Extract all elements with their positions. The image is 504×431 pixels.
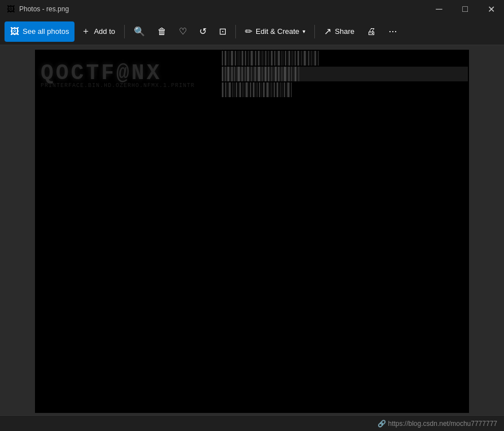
share-label: Share xyxy=(335,27,354,36)
separator-3 xyxy=(314,25,315,38)
more-button[interactable]: ··· xyxy=(383,21,403,42)
more-icon: ··· xyxy=(389,25,397,37)
image-container: QOCTF@NX PRINTERFACE.BIN.HD.OZERHO.NFMX.… xyxy=(35,50,469,413)
edit-icon: ✏ xyxy=(245,26,252,37)
maximize-button[interactable]: □ xyxy=(452,0,478,18)
barcode-row-1 xyxy=(222,51,468,66)
title-bar-controls: ─ □ ✕ xyxy=(426,0,504,18)
zoom-out-icon: 🔍 xyxy=(134,26,145,37)
share-icon: ↗ xyxy=(324,26,331,37)
chevron-down-icon: ▾ xyxy=(303,28,305,34)
favorite-button[interactable]: ♡ xyxy=(173,21,192,42)
title-bar: 🖼 Photos - res.png ─ □ ✕ xyxy=(0,0,504,18)
add-to-label: Add to xyxy=(94,27,115,36)
add-icon: ＋ xyxy=(81,25,90,37)
title-bar-left: 🖼 Photos - res.png xyxy=(7,5,69,14)
zoom-out-button[interactable]: 🔍 xyxy=(128,21,151,42)
status-url: 🔗 https://blog.csdn.net/mochu7777777 xyxy=(378,420,497,428)
link-icon: 🔗 xyxy=(378,420,386,428)
status-bar: 🔗 https://blog.csdn.net/mochu7777777 xyxy=(0,415,504,431)
photos-icon: 🖼 xyxy=(10,27,19,37)
minimize-button[interactable]: ─ xyxy=(426,0,452,18)
delete-button[interactable]: 🗑 xyxy=(152,21,172,42)
toolbar: 🖼 See all photos ＋ Add to 🔍 🗑 ♡ ↺ ⊡ ✏ Ed… xyxy=(0,18,504,45)
image-subtext-overlay: PRINTERFACE.BIN.HD.OZERHO.NFMX.1.PRINTR xyxy=(41,82,195,89)
barcode-area xyxy=(221,50,469,101)
url-text: https://blog.csdn.net/mochu7777777 xyxy=(388,420,497,428)
separator-2 xyxy=(235,25,236,38)
add-to-button[interactable]: ＋ Add to xyxy=(76,21,121,42)
crop-icon: ⊡ xyxy=(219,26,226,37)
close-button[interactable]: ✕ xyxy=(478,0,504,18)
edit-create-button[interactable]: ✏ Edit & Create ▾ xyxy=(239,21,311,42)
edit-create-label: Edit & Create xyxy=(256,27,299,36)
see-all-photos-button[interactable]: 🖼 See all photos xyxy=(5,21,74,42)
title-bar-title: Photos - res.png xyxy=(19,5,69,13)
see-all-photos-label: See all photos xyxy=(23,27,69,36)
image-text-overlay: QOCTF@NX xyxy=(41,61,161,85)
heart-icon: ♡ xyxy=(179,26,187,37)
rotate-button[interactable]: ↺ xyxy=(194,21,212,42)
barcode-row-2 xyxy=(222,67,468,81)
share-button[interactable]: ↗ Share xyxy=(318,21,360,42)
delete-icon: 🗑 xyxy=(157,27,166,37)
separator-1 xyxy=(124,25,125,38)
app-icon: 🖼 xyxy=(7,5,15,14)
rotate-icon: ↺ xyxy=(199,26,207,37)
image-area: QOCTF@NX PRINTERFACE.BIN.HD.OZERHO.NFMX.… xyxy=(0,45,504,415)
print-icon: 🖨 xyxy=(367,27,376,37)
print-button[interactable]: 🖨 xyxy=(361,21,382,42)
barcode-row-3 xyxy=(222,82,468,97)
crop-button[interactable]: ⊡ xyxy=(213,21,232,42)
